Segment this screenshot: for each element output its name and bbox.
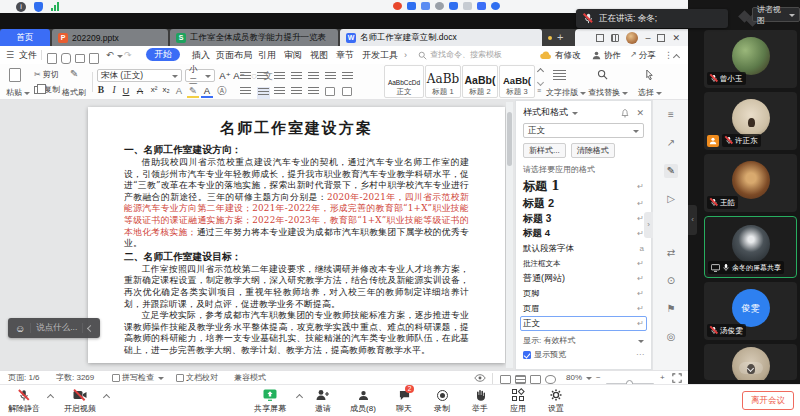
number-list-icon[interactable] (257, 72, 268, 82)
flag-icon[interactable]: ⚑ (664, 302, 678, 316)
proofread-button[interactable]: 文档校对 (176, 371, 218, 384)
style-item-heading4[interactable]: 标题 4↵ (523, 226, 644, 241)
style-heading2[interactable]: AaBb( 标题 2 (462, 65, 498, 98)
menu-tab-view[interactable]: 视图 (310, 46, 328, 64)
participant-tile[interactable]: 曾小玉 (704, 30, 797, 88)
style-item-heading1[interactable]: 标题 1↵ (523, 178, 644, 195)
send-icon[interactable]: ↗ (664, 136, 678, 150)
quick-chat-bubble[interactable]: ☺ 说点什么... (8, 318, 100, 338)
strikethrough-icon[interactable]: A (134, 85, 146, 96)
style-item-body-selected[interactable]: 正文↵ (520, 316, 647, 331)
menu-tab-references[interactable]: 引用 (258, 46, 276, 64)
bullet-list-icon[interactable] (240, 72, 251, 82)
sidebar-collapse-handle[interactable]: ‹ (688, 205, 697, 235)
command-search[interactable]: 查找命令、搜索模板 (418, 46, 502, 64)
scroll-down-button[interactable] (739, 362, 763, 374)
menu-tab-section[interactable]: 章节 (336, 46, 354, 64)
edit-pen-icon[interactable]: ✎ (664, 164, 678, 178)
new-tab-button[interactable]: + (557, 31, 563, 43)
video-options-icon[interactable] (103, 394, 110, 401)
panel-title-dropdown-icon[interactable] (572, 112, 578, 118)
leave-meeting-button[interactable]: 离开会议 (742, 391, 794, 410)
italic-button[interactable]: I (108, 85, 120, 95)
new-style-button[interactable]: 新样式... (523, 143, 566, 158)
raise-hand-button[interactable]: 举手 (462, 388, 498, 414)
word-count[interactable]: 字数: 3269 (56, 371, 94, 384)
members-button[interactable]: 成员(8) (342, 388, 384, 414)
sort-icon[interactable] (325, 72, 336, 82)
split-view-icon[interactable] (596, 34, 604, 42)
highlight-color-icon[interactable]: ✎ (187, 85, 199, 98)
more-options-icon[interactable]: ⋮ (664, 46, 673, 64)
shading-icon[interactable] (325, 87, 335, 96)
cut-button[interactable]: ✂剪切 (34, 69, 59, 80)
participant-tile[interactable]: 王皓 (704, 154, 797, 212)
undo-dropdown-icon[interactable] (115, 46, 123, 64)
spell-check-button[interactable]: 拼写检查 (112, 371, 164, 384)
tab-home[interactable]: 首页 (0, 29, 50, 46)
app-icon-red[interactable] (393, 2, 402, 10)
collaborate-button[interactable]: 协作 (592, 46, 621, 64)
collapse-bubble-icon[interactable] (87, 324, 94, 331)
modified-status[interactable]: 有修改 (540, 46, 581, 64)
tab-sheet[interactable]: S 工作室全体成员教学能力提升一览表 (170, 29, 338, 46)
style-item-comment-text[interactable]: 批注框文本↵ (523, 256, 644, 271)
panel-more-icon[interactable]: ⋯ (636, 350, 644, 359)
unmute-button[interactable]: 解除静音 (2, 388, 46, 414)
line-spacing-icon[interactable] (308, 87, 319, 97)
location-icon[interactable]: ◎ (664, 330, 678, 344)
bell-icon[interactable] (620, 108, 630, 118)
record-button[interactable]: 录制 (424, 388, 460, 414)
share-button[interactable]: ↗ 分享 (630, 46, 656, 64)
hamburger-icon[interactable]: ☰ (6, 46, 14, 64)
format-painter-icon[interactable]: ✎ (70, 68, 78, 79)
pause-icon[interactable] (491, 2, 500, 10)
network-signal-icon[interactable] (51, 2, 59, 11)
menu-tab-home[interactable]: 开始 (146, 48, 180, 61)
share-screen-button[interactable]: 共享屏幕 (246, 388, 294, 414)
menu-tab-page-layout[interactable]: 页面布局 (216, 46, 252, 64)
invite-button[interactable]: 邀请 (304, 388, 342, 414)
layout-grid-icon[interactable] (611, 34, 619, 42)
superscript-icon[interactable]: x² (148, 85, 160, 94)
style-item-default-font[interactable]: 默认段落字体a (523, 241, 644, 256)
justify-icon[interactable] (291, 87, 302, 97)
chat-placeholder[interactable]: 说点什么... (36, 322, 77, 334)
align-right-icon[interactable] (274, 87, 285, 97)
show-preview-checkbox[interactable]: 显示预览 (523, 349, 566, 360)
participant-tile-partial[interactable] (704, 344, 797, 380)
enclosed-char-icon[interactable]: Ⓐ (216, 85, 228, 98)
paste-label[interactable]: 粘贴 (6, 87, 30, 98)
redo-icon[interactable]: ↷ (124, 46, 132, 64)
settings-button[interactable]: 设置 (538, 388, 574, 414)
style-item-normal-web[interactable]: 普通(网站)↵ (523, 271, 644, 286)
zoom-dropdown-icon[interactable] (584, 371, 592, 384)
show-filter-dropdown-icon[interactable] (638, 340, 644, 346)
border-icon[interactable] (342, 87, 352, 96)
align-left-icon[interactable] (240, 87, 251, 97)
gallery-up-icon[interactable] (538, 67, 543, 76)
align-center-icon[interactable] (257, 87, 270, 99)
font-name-select[interactable]: 宋体 (正文) (97, 69, 182, 82)
format-painter-label[interactable]: 格式刷 (62, 87, 86, 98)
style-item-header[interactable]: 页眉↵ (523, 301, 644, 316)
start-video-button[interactable]: 开启视频 (58, 388, 102, 414)
add-icon[interactable] (407, 2, 416, 10)
security-shield-icon[interactable] (34, 2, 43, 12)
document-scrollbar[interactable] (506, 102, 513, 368)
style-heading1[interactable]: AaBb 标题 1 (425, 65, 461, 98)
subscript-icon[interactable]: x₂ (160, 85, 172, 94)
floating-toolbar-icons[interactable] (393, 2, 500, 10)
menu-tab-insert[interactable]: 插入 (192, 46, 210, 64)
style-item-heading2[interactable]: 标题 2↵ (523, 195, 644, 211)
show-marks-icon[interactable] (342, 72, 353, 82)
view-mode-select[interactable]: 讲者视图 (752, 7, 800, 22)
underline-button[interactable]: U (120, 85, 132, 96)
select-icon[interactable] (645, 69, 654, 80)
bold-button[interactable]: B (95, 85, 107, 95)
text-effects-icon[interactable]: A (173, 85, 185, 96)
copy-button[interactable]: 复制 (34, 84, 60, 95)
clear-format-button[interactable]: 清除格式 (571, 143, 615, 158)
text-layout-label[interactable]: 文字排版 (546, 87, 586, 98)
participant-tile[interactable]: 俊雯 汤俊雯 (704, 282, 797, 340)
